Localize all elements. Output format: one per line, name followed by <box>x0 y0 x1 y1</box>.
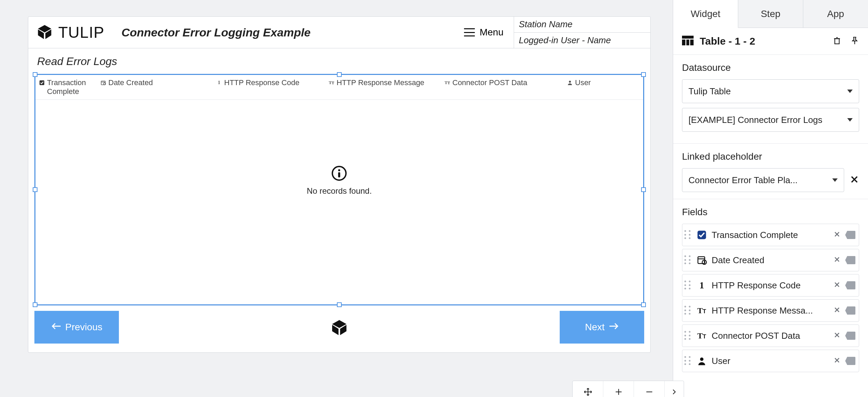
station-name: Station Name <box>514 17 650 33</box>
sidebar-tabs: Widget Step App <box>673 0 868 28</box>
text-type-icon: Tᴛ <box>328 80 335 86</box>
app-header: TULIP Connector Error Logging Example Me… <box>28 17 650 48</box>
minus-icon <box>645 387 654 396</box>
tab-widget[interactable]: Widget <box>673 0 738 28</box>
widget-title-row: Table - 1 - 2 <box>673 28 868 54</box>
column-header: Tᴛ HTTP Response Message <box>325 75 441 99</box>
brand: TULIP <box>28 17 114 48</box>
field-type-icon <box>696 254 708 266</box>
remove-field-button[interactable] <box>833 230 841 240</box>
field-label: Connector POST Data <box>712 331 829 341</box>
status-cell: Station Name Logged-in User - Name <box>514 17 650 48</box>
empty-state: No records found. <box>307 165 372 196</box>
checkbox-type-icon <box>39 80 45 86</box>
datasource-type-dropdown[interactable]: Tulip Table <box>682 79 859 103</box>
resize-handle-ml[interactable] <box>33 187 37 192</box>
section-subtitle: Read Error Logs <box>37 55 644 68</box>
table-column-headers: Transaction Complete Date Created 1 HTTP… <box>35 75 643 100</box>
remove-field-button[interactable] <box>833 356 841 366</box>
resize-handle-bm[interactable] <box>337 302 342 307</box>
tag-icon[interactable] <box>845 332 855 340</box>
footer-nav: Previous Next <box>34 311 644 344</box>
app-title: Connector Error Logging Example <box>121 26 310 39</box>
caret-down-icon <box>832 178 838 182</box>
resize-handle-bl[interactable] <box>33 302 37 307</box>
field-row[interactable]: 1HTTP Response Code <box>682 274 859 297</box>
fields-heading: Fields <box>682 207 859 218</box>
field-label: HTTP Response Messa... <box>712 305 829 316</box>
tag-icon[interactable] <box>845 256 855 264</box>
widget-title: Table - 1 - 2 <box>700 35 826 47</box>
resize-handle-tr[interactable] <box>641 72 646 77</box>
column-header: User <box>563 75 643 99</box>
plus-icon <box>614 387 623 396</box>
svg-rect-20 <box>682 39 685 45</box>
zoom-in-tool[interactable] <box>603 381 634 397</box>
tag-icon[interactable] <box>845 281 855 289</box>
delete-widget-button[interactable] <box>833 36 841 46</box>
pin-icon <box>850 36 859 45</box>
drag-handle-icon[interactable] <box>684 306 692 315</box>
remove-field-button[interactable] <box>833 331 841 340</box>
field-label: Date Created <box>712 255 829 266</box>
next-button[interactable]: Next <box>560 311 644 344</box>
field-row[interactable]: Transaction Complete <box>682 224 859 246</box>
canvas-area: TULIP Connector Error Logging Example Me… <box>0 0 673 397</box>
drag-handle-icon[interactable] <box>684 356 692 366</box>
footer-logo <box>126 318 553 337</box>
remove-field-button[interactable] <box>833 306 841 315</box>
column-header: Transaction Complete <box>35 75 97 99</box>
svg-rect-3 <box>40 80 44 85</box>
datasource-table-dropdown[interactable]: [EXAMPLE] Connector Error Logs <box>682 108 859 132</box>
tag-icon[interactable] <box>845 231 855 239</box>
menu-button[interactable]: Menu <box>461 17 514 48</box>
field-row[interactable]: TTHTTP Response Messa... <box>682 299 859 322</box>
pin-widget-button[interactable] <box>850 36 859 46</box>
svg-rect-21 <box>686 39 689 45</box>
column-label: User <box>575 78 591 87</box>
arrow-left-icon <box>51 322 61 333</box>
field-row[interactable]: User <box>682 350 859 372</box>
datasource-table-value: [EXAMPLE] Connector Error Logs <box>688 115 822 125</box>
tab-step[interactable]: Step <box>738 0 803 28</box>
drag-handle-icon[interactable] <box>684 331 692 340</box>
previous-label: Previous <box>65 322 103 333</box>
field-type-icon: TT <box>696 305 708 316</box>
zoom-out-tool[interactable] <box>634 381 665 397</box>
tab-app[interactable]: App <box>803 0 868 28</box>
resize-handle-tm[interactable] <box>337 72 342 77</box>
column-label: Transaction Complete <box>47 78 93 96</box>
column-label: HTTP Response Code <box>224 78 299 87</box>
previous-button[interactable]: Previous <box>34 311 119 344</box>
tulip-logo-icon <box>330 318 349 337</box>
drag-handle-icon[interactable] <box>684 230 692 240</box>
svg-rect-19 <box>682 36 694 39</box>
drag-handle-icon[interactable] <box>684 281 692 290</box>
datasource-type-value: Tulip Table <box>688 86 731 97</box>
toolbar-expand[interactable] <box>665 381 684 397</box>
tag-icon[interactable] <box>845 306 855 315</box>
pan-tool[interactable] <box>573 381 603 397</box>
remove-field-button[interactable] <box>833 255 841 265</box>
table-widget-selected[interactable]: Transaction Complete Date Created 1 HTTP… <box>34 74 644 305</box>
trash-icon <box>833 36 841 45</box>
resize-handle-tl[interactable] <box>33 72 37 77</box>
canvas-toolbar <box>572 381 684 397</box>
field-label: User <box>712 356 829 366</box>
field-row[interactable]: TTConnector POST Data <box>682 324 859 347</box>
field-row[interactable]: Date Created <box>682 249 859 271</box>
caret-down-icon <box>847 118 853 122</box>
linked-placeholder-dropdown[interactable]: Connector Error Table Pla... <box>682 168 844 192</box>
tag-icon[interactable] <box>845 357 855 365</box>
table-icon <box>682 35 694 47</box>
remove-field-button[interactable] <box>833 281 841 290</box>
resize-handle-br[interactable] <box>641 302 646 307</box>
resize-handle-mr[interactable] <box>641 187 646 192</box>
clear-linked-button[interactable] <box>850 175 859 186</box>
column-label: Date Created <box>108 78 153 87</box>
drag-handle-icon[interactable] <box>684 255 692 265</box>
arrow-right-icon <box>609 322 619 333</box>
app-frame: TULIP Connector Error Logging Example Me… <box>28 16 651 353</box>
field-label: HTTP Response Code <box>712 280 829 291</box>
field-label: Transaction Complete <box>712 230 829 240</box>
